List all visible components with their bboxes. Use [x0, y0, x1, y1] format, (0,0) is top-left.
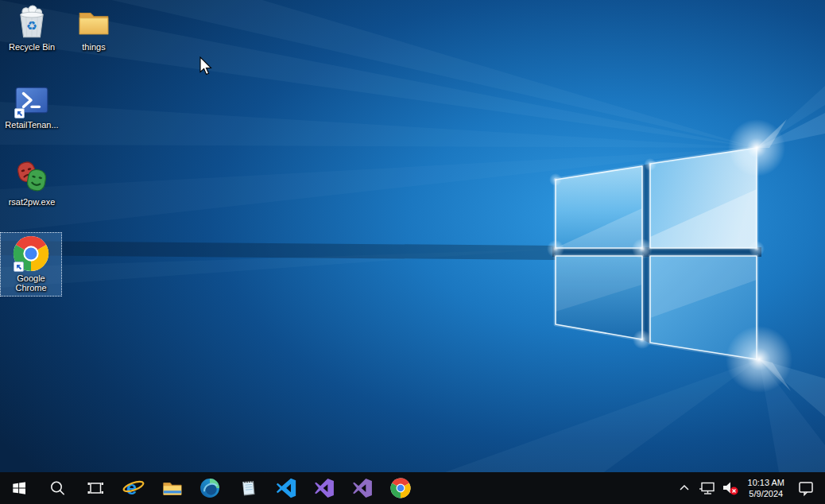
action-center-button[interactable] [790, 472, 822, 504]
task-view-icon [87, 479, 104, 497]
powershell-icon [14, 82, 50, 118]
task-view-button[interactable] [76, 472, 114, 504]
taskbar-item-vs-code[interactable] [267, 472, 305, 504]
tray-time: 10:13 AM [748, 477, 784, 488]
taskbar-item-chrome[interactable] [382, 472, 420, 504]
vscode-icon [276, 478, 296, 498]
action-center-icon [797, 479, 815, 497]
chrome-icon [390, 478, 411, 498]
visual-studio-icon [314, 478, 335, 498]
tray-date: 5/9/2024 [748, 488, 784, 499]
system-tray: 10:13 AM 5/9/2024 [672, 472, 825, 504]
desktop-icon-things[interactable]: things [64, 4, 124, 52]
search-button[interactable] [38, 472, 76, 504]
chevron-up-icon [678, 482, 691, 494]
icon-label: Google Chrome [8, 273, 54, 293]
icon-label: things [64, 42, 124, 52]
icon-label: Recycle Bin [2, 42, 62, 52]
desktop-icon-retailtenant[interactable]: RetailTenan... [2, 82, 62, 130]
visual-studio-icon [352, 478, 373, 498]
volume-muted-icon [721, 479, 740, 498]
taskbar-item-edge[interactable] [191, 472, 229, 504]
taskbar-item-notepad[interactable] [229, 472, 267, 504]
icon-label: RetailTenan... [2, 120, 62, 130]
windows-desktop-screen: { "desktop": { "icons": [ { "label": "Re… [0, 0, 825, 504]
file-explorer-icon [161, 478, 182, 498]
start-button[interactable] [0, 472, 38, 504]
windows-logo-icon [11, 480, 27, 496]
taskbar: e [0, 472, 825, 504]
hidden-icons-button[interactable] [672, 472, 696, 504]
network-button[interactable] [696, 472, 718, 504]
ie-icon: e [122, 477, 145, 499]
taskbar-item-visual-studio-2[interactable] [343, 472, 382, 504]
taskbar-item-internet-explorer[interactable]: e [114, 472, 153, 504]
chrome-icon [13, 235, 49, 272]
shortcut-arrow-icon [14, 262, 24, 272]
svg-text:♻: ♻ [26, 18, 37, 33]
shortcut-arrow-icon [14, 108, 25, 118]
desktop-icon-rsat2pw[interactable]: rsat2pw.exe [2, 159, 62, 207]
desktop-icon-google-chrome[interactable]: Google Chrome [0, 232, 62, 297]
svg-text:e: e [126, 477, 137, 498]
notepad-icon [238, 479, 258, 498]
theater-masks-icon [14, 159, 50, 196]
taskbar-item-visual-studio-1[interactable] [305, 472, 343, 504]
volume-button[interactable] [718, 472, 742, 504]
windows-hero-wallpaper [0, 0, 825, 472]
icon-label: rsat2pw.exe [2, 197, 62, 207]
desktop-icon-recycle-bin[interactable]: ♻ Recycle Bin [2, 4, 62, 52]
taskbar-item-file-explorer[interactable] [153, 472, 191, 504]
recycle-bin-icon: ♻ [14, 4, 50, 41]
desktop-area[interactable]: ♻ Recycle Bin things [0, 0, 825, 472]
tray-clock[interactable]: 10:13 AM 5/9/2024 [742, 477, 790, 499]
magnifier-icon [48, 479, 66, 497]
edge-icon [199, 478, 220, 498]
folder-icon [76, 4, 112, 41]
network-ethernet-icon [699, 479, 716, 497]
